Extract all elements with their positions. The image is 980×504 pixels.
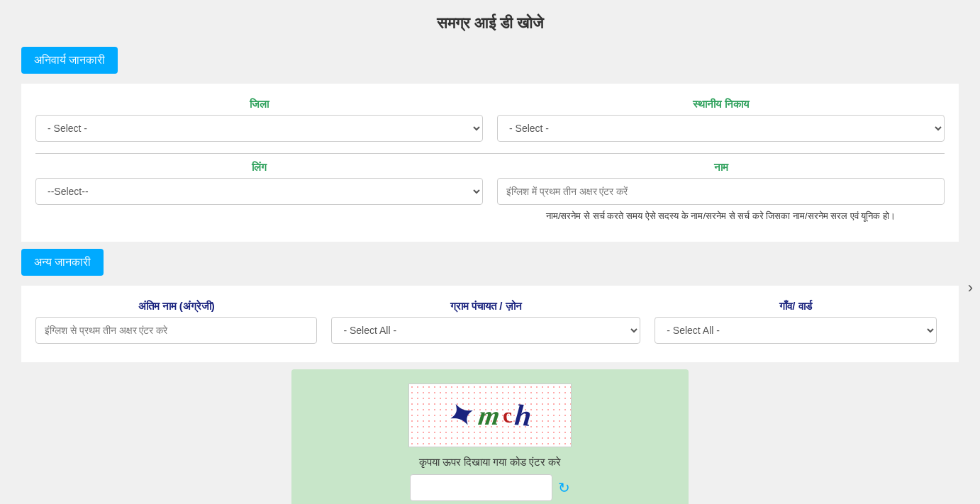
captcha-label: कृपया ऊपर दिखाया गया कोड एंटर करे [419,456,561,469]
captcha-refresh-icon[interactable]: ↻ [558,479,570,496]
gender-select[interactable]: --Select-- [35,178,483,205]
other-fields-row: अंतिम नाम (अंग्रेजी) ग्राम पंचायत / ज़ोन… [35,300,945,344]
local-body-select[interactable]: - Select - [497,115,945,142]
last-name-field-group: अंतिम नाम (अंग्रेजी) [35,300,317,344]
captcha-display: ✦ m c h [448,397,531,434]
other-form-section: अंतिम नाम (अंग्रेजी) ग्राम पंचायत / ज़ोन… [21,286,959,362]
local-body-label: स्थानीय निकाय [497,98,945,111]
district-label: जिला [35,98,483,111]
gram-label: ग्राम पंचायत / ज़ोन [331,300,640,313]
district-field-group: जिला - Select - [35,98,483,142]
name-field-group: नाम नाम/सरनेम से सर्च करते समय ऐसे सदस्य… [497,161,945,223]
gender-name-row: लिंग --Select-- नाम नाम/सरनेम से सर्च कर… [35,161,945,223]
name-hint: नाम/सरनेम से सर्च करते समय ऐसे सदस्य के … [497,209,945,223]
divider-1 [35,153,945,154]
last-name-label: अंतिम नाम (अंग्रेजी) [35,300,317,313]
village-ward-label: गाँव/ वार्ड [655,300,936,313]
captcha-input-row: ↻ [410,474,570,501]
captcha-input[interactable] [410,474,552,501]
name-label: नाम [497,161,945,174]
district-select[interactable]: - Select - [35,115,483,142]
mandatory-info-button[interactable]: अनिवार्य जानकारी [21,47,118,74]
other-info-button[interactable]: अन्य जानकारी [21,249,104,276]
name-input[interactable] [497,178,945,205]
last-name-input[interactable] [35,317,317,344]
chevron-right-icon: › [968,279,973,297]
district-localBody-row: जिला - Select - स्थानीय निकाय - Select - [35,98,945,142]
local-body-field-group: स्थानीय निकाय - Select - [497,98,945,142]
captcha-section: ✦ m c h कृपया ऊपर दिखाया गया कोड एंटर कर… [291,369,689,505]
page-title: समग्र आई डी खोजे [21,14,959,33]
village-ward-field-group: गाँव/ वार्ड - Select All - [655,300,936,344]
gender-field-group: लिंग --Select-- [35,161,483,223]
gender-label: लिंग [35,161,483,174]
captcha-image-box: ✦ m c h [408,383,572,447]
village-ward-select[interactable]: - Select All - [655,317,936,344]
gram-field-group: ग्राम पंचायत / ज़ोन - Select All - [331,300,640,344]
mandatory-form-section: जिला - Select - स्थानीय निकाय - Select -… [21,84,959,242]
gram-select[interactable]: - Select All - [331,317,640,344]
